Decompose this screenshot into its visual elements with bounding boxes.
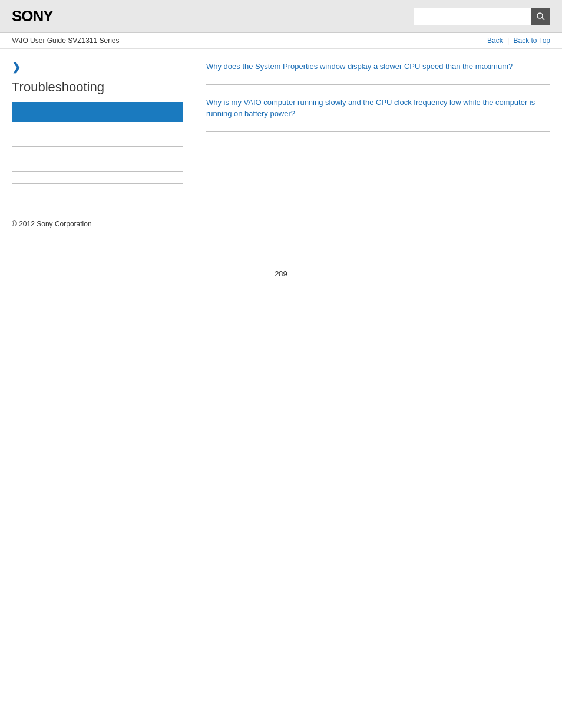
copyright-text: © 2012 Sony Corporation: [12, 220, 92, 228]
nav-links: Back | Back to Top: [487, 37, 550, 45]
content-divider-2: [206, 131, 550, 132]
sidebar-highlight-bar[interactable]: [12, 102, 183, 122]
content-link-block-1: Why does the System Properties window di…: [206, 61, 550, 73]
svg-point-0: [537, 13, 543, 18]
sidebar: ❯ Troubleshooting: [12, 61, 194, 196]
page-header: SONY: [0, 0, 562, 33]
sidebar-title: Troubleshooting: [12, 80, 183, 95]
breadcrumb: VAIO User Guide SVZ1311 Series: [12, 37, 120, 45]
chevron-icon[interactable]: ❯: [12, 61, 21, 74]
sidebar-divider-5: [12, 183, 183, 184]
svg-line-1: [542, 18, 544, 20]
nav-bar: VAIO User Guide SVZ1311 Series Back | Ba…: [0, 33, 562, 49]
back-link[interactable]: Back: [487, 37, 503, 45]
sidebar-divider-1: [12, 134, 183, 134]
content-area: Why does the System Properties window di…: [194, 61, 550, 196]
main-content: ❯ Troubleshooting Why does the System Pr…: [0, 49, 562, 207]
sony-logo: SONY: [12, 7, 53, 25]
sidebar-divider-2: [12, 146, 183, 147]
search-area: [414, 8, 550, 25]
content-link-block-2: Why is my VAIO computer running slowly a…: [206, 97, 550, 120]
nav-separator: |: [507, 37, 509, 45]
search-button[interactable]: [531, 8, 550, 25]
sidebar-divider-3: [12, 159, 183, 159]
page-number: 289: [0, 269, 562, 290]
search-input[interactable]: [414, 8, 531, 25]
content-divider: [206, 84, 550, 85]
content-link-1[interactable]: Why does the System Properties window di…: [206, 61, 550, 73]
sidebar-divider-4: [12, 171, 183, 172]
search-icon: [536, 12, 546, 21]
content-link-2[interactable]: Why is my VAIO computer running slowly a…: [206, 97, 550, 120]
page-footer: © 2012 Sony Corporation: [0, 207, 562, 234]
back-to-top-link[interactable]: Back to Top: [514, 37, 550, 45]
